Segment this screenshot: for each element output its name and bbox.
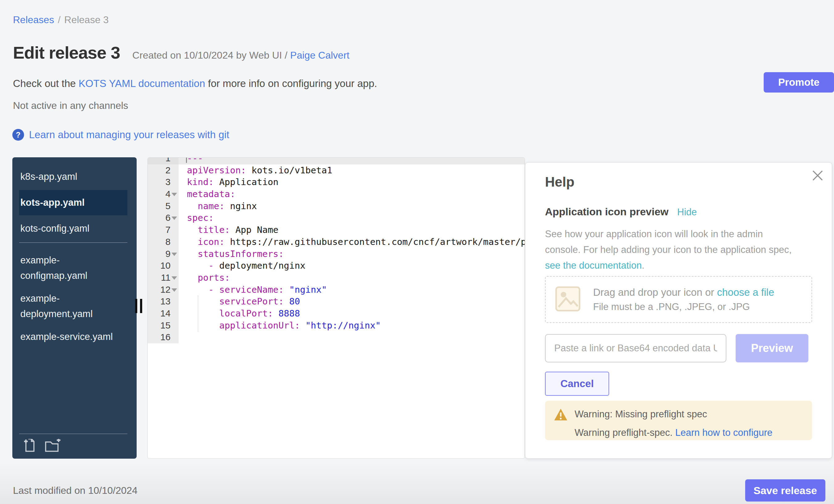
line-number: 8 — [148, 236, 179, 248]
icon-url-input[interactable] — [545, 334, 726, 363]
code-text: applicationUrl: "http://nginx" — [179, 320, 525, 332]
hide-link[interactable]: Hide — [677, 207, 697, 218]
dropzone-text: Drag and drop your icon or choose a file — [593, 287, 774, 298]
icon-url-row: Preview — [545, 334, 812, 363]
fold-arrow-icon[interactable] — [172, 288, 177, 292]
sidebar-bottom-divider — [19, 434, 127, 434]
help-description-line: see the documentation. — [545, 258, 792, 273]
warning-icon — [554, 408, 568, 422]
breadcrumb-releases-link[interactable]: Releases — [13, 14, 54, 25]
learn-configure-link[interactable]: Learn how to configure — [675, 427, 772, 438]
help-panel: Help Application icon preview Hide See h… — [525, 162, 832, 459]
line-number: 13 — [148, 295, 179, 308]
file-item-kots-app-yaml[interactable]: kots-app.yaml — [19, 190, 127, 215]
kots-docs-link[interactable]: KOTS YAML documentation — [79, 78, 205, 89]
code-text: servicePort: 80 — [179, 295, 525, 308]
code-line[interactable]: 2apiVersion: kots.io/v1beta1 — [148, 165, 525, 176]
git-help-row: ? Learn about managing your releases wit… — [12, 129, 229, 141]
code-rows: 1---2apiVersion: kots.io/v1beta13kind: A… — [148, 157, 525, 343]
line-number: 10 — [148, 260, 179, 272]
code-line[interactable]: 6spec: — [148, 212, 525, 224]
code-line[interactable]: 1--- — [148, 157, 525, 165]
text-cursor — [186, 157, 187, 163]
help-description-line: console. For help adding your icon to th… — [545, 242, 792, 258]
breadcrumb: Releases/Release 3 — [13, 14, 109, 26]
close-icon[interactable] — [810, 168, 825, 183]
docs-line: Check out the KOTS YAML documentation fo… — [13, 78, 377, 89]
code-line[interactable]: 10 - deployment/nginx — [148, 260, 525, 272]
see-documentation-link[interactable]: see the documentation — [545, 260, 642, 271]
help-description-line: See how your application icon will look … — [545, 226, 792, 242]
code-text: metadata: — [179, 188, 525, 200]
code-text: ports: — [179, 272, 525, 284]
fold-arrow-icon[interactable] — [172, 217, 177, 220]
cancel-button[interactable]: Cancel — [545, 372, 609, 396]
code-line[interactable]: 16 — [148, 331, 525, 343]
file-item-example-deployment-yaml[interactable]: example-deployment.yaml — [19, 289, 127, 324]
file-label: example-service.yaml — [20, 329, 118, 345]
file-list: k8s-app.yamlkots-app.yamlkots-config.yam… — [12, 157, 137, 346]
question-icon: ? — [12, 129, 24, 141]
file-item-example-service-yaml[interactable]: example-service.yaml — [19, 327, 127, 346]
code-editor[interactable]: 1---2apiVersion: kots.io/v1beta13kind: A… — [148, 157, 525, 459]
warning-box: Warning: Missing preflight spec Warning … — [545, 401, 812, 440]
code-text: --- — [179, 157, 525, 165]
sidebar-resize-handle[interactable] — [135, 299, 142, 313]
code-text: icon: https://raw.githubusercontent.com/… — [179, 236, 525, 248]
code-text: spec: — [179, 212, 525, 224]
code-text: statusInformers: — [179, 248, 525, 260]
line-number: 14 — [148, 308, 179, 320]
code-text: - deployment/nginx — [179, 260, 525, 272]
code-text: name: nginx — [179, 200, 525, 212]
new-file-icon[interactable] — [23, 439, 38, 454]
line-number: 1 — [148, 157, 179, 165]
code-text — [179, 331, 525, 343]
file-item-kots-config-yaml[interactable]: kots-config.yaml — [19, 219, 127, 238]
created-text: Created on 10/10/2024 by Web UI / — [132, 50, 287, 61]
file-item-example-configmap-yaml[interactable]: example-configmap.yaml — [19, 251, 127, 285]
code-line[interactable]: 9 statusInformers: — [148, 248, 525, 260]
code-text: - serviceName: "nginx" — [179, 284, 525, 296]
code-line[interactable]: 3kind: Application — [148, 176, 525, 188]
icon-dropzone[interactable]: Drag and drop your icon or choose a file… — [545, 276, 812, 323]
code-line[interactable]: 11 ports: — [148, 272, 525, 284]
code-line[interactable]: 8 icon: https://raw.githubusercontent.co… — [148, 236, 525, 248]
indent-guide — [198, 295, 198, 332]
docs-suffix: for more info on configuring your app. — [205, 78, 377, 89]
choose-file-link[interactable]: choose a file — [717, 287, 774, 298]
sidebar-bottom — [12, 434, 137, 459]
section-title: Application icon preview — [545, 206, 669, 218]
code-text: title: App Name — [179, 224, 525, 236]
code-line[interactable]: 7 title: App Name — [148, 224, 525, 236]
code-line[interactable]: 13 servicePort: 80 — [148, 295, 525, 308]
file-item-k8s-app-yaml[interactable]: k8s-app.yaml — [19, 167, 127, 186]
image-placeholder-icon — [554, 285, 582, 314]
line-number: 15 — [148, 320, 179, 332]
git-releases-link[interactable]: Learn about managing your releases with … — [29, 129, 229, 141]
code-line[interactable]: 15 applicationUrl: "http://nginx" — [148, 320, 525, 332]
line-number: 12 — [148, 284, 179, 296]
code-line[interactable]: 4metadata: — [148, 188, 525, 200]
file-label: kots-app.yaml — [20, 195, 118, 210]
save-release-button[interactable]: Save release — [745, 479, 825, 502]
fold-arrow-icon[interactable] — [172, 193, 177, 196]
author-link[interactable]: Paige Calvert — [290, 50, 349, 61]
preview-button[interactable]: Preview — [736, 334, 808, 363]
line-number: 7 — [148, 224, 179, 236]
docs-prefix: Check out the — [13, 78, 79, 89]
page-title: Edit release 3 — [13, 43, 120, 63]
file-label: k8s-app.yaml — [20, 169, 118, 184]
line-number: 5 — [148, 200, 179, 212]
line-number: 2 — [148, 165, 179, 176]
dropzone-hint: File must be a .PNG, .JPEG, or .JPG — [593, 301, 774, 312]
code-line[interactable]: 14 localPort: 8888 — [148, 308, 525, 320]
fold-arrow-icon[interactable] — [172, 253, 177, 256]
new-folder-icon[interactable] — [44, 439, 62, 454]
code-line[interactable]: 5 name: nginx — [148, 200, 525, 212]
promote-button[interactable]: Promote — [764, 72, 834, 92]
line-number: 9 — [148, 248, 179, 260]
code-line[interactable]: 12 - serviceName: "nginx" — [148, 284, 525, 296]
code-text: kind: Application — [179, 176, 525, 188]
fold-arrow-icon[interactable] — [172, 276, 177, 280]
breadcrumb-current: Release 3 — [64, 14, 109, 25]
